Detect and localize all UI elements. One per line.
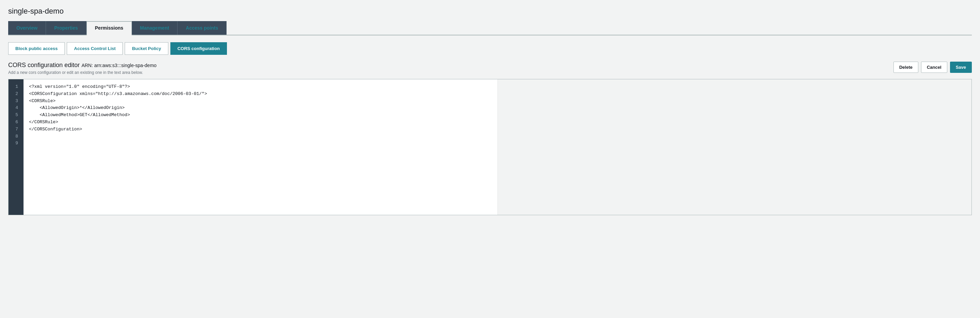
sub-tab-bucket-policy[interactable]: Bucket Policy: [125, 42, 168, 55]
sub-tabs-bar: Block public access Access Control List …: [8, 35, 972, 62]
code-left-panel: [24, 79, 498, 215]
line-num-5: 5: [11, 112, 21, 119]
line-num-2: 2: [11, 90, 21, 98]
sub-tab-block-public-access[interactable]: Block public access: [8, 42, 65, 55]
save-button[interactable]: Save: [950, 62, 972, 73]
tab-access-points[interactable]: Access points: [178, 21, 227, 35]
tabs-bar: Overview Properties Permissions Manageme…: [8, 21, 972, 35]
editor-subtitle: Add a new cors configuration or edit an …: [8, 70, 893, 75]
delete-button[interactable]: Delete: [893, 62, 918, 73]
line-num-9: 9: [11, 140, 21, 147]
line-num-6: 6: [11, 119, 21, 126]
content-area: Block public access Access Control List …: [8, 35, 972, 222]
tab-permissions[interactable]: Permissions: [87, 21, 132, 35]
cancel-button[interactable]: Cancel: [921, 62, 947, 73]
page-container: single-spa-demo Overview Properties Perm…: [0, 0, 980, 318]
editor-arn: ARN: arn:aws:s3:::single-spa-demo: [81, 63, 156, 68]
editor-title: CORS configuration editor ARN: arn:aws:s…: [8, 62, 893, 69]
line-numbers-panel: 1 2 3 4 5 6 7 8 9: [8, 79, 24, 215]
line-num-1: 1: [11, 84, 21, 90]
code-editor-container: 1 2 3 4 5 6 7 8 9: [8, 79, 972, 215]
line-num-4: 4: [11, 104, 21, 112]
editor-actions: Delete Cancel Save: [893, 62, 972, 73]
editor-title-section: CORS configuration editor ARN: arn:aws:s…: [8, 62, 893, 75]
page-title: single-spa-demo: [8, 7, 972, 16]
sub-tab-access-control-list[interactable]: Access Control List: [67, 42, 123, 55]
tab-overview[interactable]: Overview: [8, 21, 46, 35]
line-num-7: 7: [11, 126, 21, 133]
line-num-8: 8: [11, 133, 21, 140]
line-num-3: 3: [11, 98, 21, 105]
editor-header: CORS configuration editor ARN: arn:aws:s…: [8, 62, 972, 75]
code-right-panel: [498, 79, 972, 215]
cors-code-editor[interactable]: [24, 79, 498, 215]
tab-management[interactable]: Management: [132, 21, 178, 35]
tab-properties[interactable]: Properties: [46, 21, 86, 35]
sub-tab-cors-configuration[interactable]: CORS configuration: [170, 42, 227, 55]
